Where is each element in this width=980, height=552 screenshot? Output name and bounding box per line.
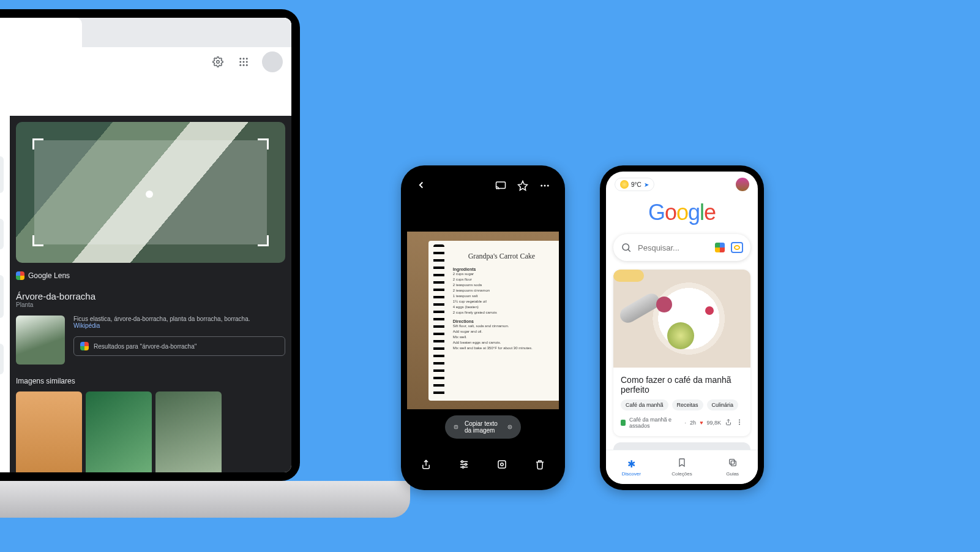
guides-icon — [728, 458, 738, 470]
result-description: Ficus elastica, árvore-da-borracha, plan… — [73, 316, 285, 322]
direction-line: Mix well and bake at 350°F for about 30 … — [453, 346, 550, 351]
card-source: Café da manhã e assados — [629, 417, 681, 429]
phone-google-app-mockup: 9°C ➤ Google Pesquisar... Como fazer o c… — [600, 165, 764, 490]
discover-icon: ✱ — [627, 458, 635, 470]
lens-source-image[interactable] — [16, 122, 285, 263]
svg-point-5 — [243, 61, 245, 63]
browser-tab[interactable] — [0, 18, 82, 47]
share-icon[interactable] — [725, 418, 732, 427]
tune-icon[interactable] — [458, 459, 469, 472]
ingredient-line: 2 cups sugar — [453, 271, 550, 277]
svg-rect-10 — [496, 182, 506, 189]
topic-chip[interactable]: Receitas — [672, 399, 703, 410]
card-likes: 99,8K — [706, 420, 721, 426]
account-avatar[interactable] — [736, 178, 749, 191]
location-arrow-icon: ➤ — [644, 181, 649, 188]
settings-gear-icon[interactable] — [211, 55, 225, 69]
similar-images-heading: Imagens similares — [16, 377, 285, 385]
discover-card[interactable]: Como fazer o café da manhã perfeito Café… — [613, 270, 750, 436]
focus-dot-icon — [146, 191, 153, 198]
svg-point-6 — [246, 61, 248, 63]
svg-point-21 — [623, 244, 629, 251]
svg-point-8 — [243, 64, 245, 66]
bottom-nav: ✱ Discover Coleções Guias — [606, 450, 758, 484]
close-icon[interactable] — [507, 423, 512, 431]
svg-point-16 — [462, 461, 463, 463]
ingredient-line: 2 cups finely grated carrots — [453, 310, 550, 316]
search-icon — [621, 242, 632, 253]
recipe-title: Grandpa's Carrot Cake — [453, 252, 550, 261]
google-logo: Google — [606, 200, 758, 225]
svg-point-4 — [239, 61, 241, 63]
google-lens-panel: Google Lens Árvore-da-borracha Planta Fi… — [10, 116, 291, 472]
ingredient-line: 2 teaspoons cinnamon — [453, 288, 550, 293]
card-image — [613, 270, 750, 368]
svg-point-18 — [462, 466, 464, 468]
crop-overlay[interactable] — [34, 140, 267, 244]
weather-pill[interactable]: 9°C ➤ — [615, 178, 654, 191]
account-avatar[interactable] — [262, 51, 283, 72]
svg-point-7 — [239, 64, 241, 66]
ingredient-line: 2 cups flour — [453, 277, 550, 282]
direction-line: Sift flour, salt, soda and cinnamon. — [453, 323, 550, 329]
similar-image[interactable] — [155, 391, 222, 472]
heart-icon[interactable]: ♥ — [700, 420, 703, 426]
lens-icon[interactable] — [496, 459, 507, 472]
svg-point-12 — [544, 184, 546, 186]
svg-point-11 — [540, 184, 542, 186]
nav-discover[interactable]: ✱ Discover — [606, 450, 657, 484]
results-button[interactable]: Resultados para "árvore-da-borracha" — [73, 336, 285, 356]
apps-grid-icon[interactable] — [236, 55, 251, 69]
svg-point-13 — [547, 184, 549, 186]
svg-rect-26 — [731, 461, 736, 466]
mic-icon[interactable] — [715, 243, 725, 252]
ingredients-heading: Ingredients — [453, 267, 550, 271]
photo-viewport[interactable]: Grandpa's Carrot Cake Ingredients 2 cups… — [407, 232, 559, 409]
share-icon[interactable] — [421, 459, 432, 472]
svg-point-3 — [246, 58, 248, 59]
result-subtitle: Planta — [16, 301, 285, 308]
svg-rect-19 — [498, 461, 506, 468]
result-thumbnail[interactable] — [16, 316, 65, 365]
svg-point-2 — [243, 58, 245, 59]
topic-chip[interactable]: Culinária — [707, 399, 739, 410]
search-field[interactable]: Pesquisar... — [613, 234, 750, 261]
recipe-page: Grandpa's Carrot Cake Ingredients 2 cups… — [428, 241, 559, 401]
phone-photos-mockup: Grandpa's Carrot Cake Ingredients 2 cups… — [401, 165, 565, 490]
svg-point-20 — [501, 463, 504, 466]
more-icon[interactable] — [539, 180, 550, 193]
delete-icon[interactable] — [534, 459, 545, 472]
star-icon[interactable] — [517, 180, 528, 193]
ingredient-line: 4 eggs (beaten) — [453, 304, 550, 310]
more-icon[interactable] — [736, 418, 743, 427]
similar-image[interactable] — [16, 391, 82, 472]
copy-text-button[interactable]: Copiar texto da imagem — [445, 415, 521, 439]
sun-icon — [620, 180, 629, 189]
svg-point-22 — [739, 420, 740, 421]
result-title: Árvore-da-borracha — [16, 291, 285, 301]
search-results-column — [0, 116, 10, 472]
ingredient-line: 1½ cup vegetable oil — [453, 299, 550, 304]
ingredient-line: 1 teaspoon salt — [453, 293, 550, 299]
card-time: 2h — [690, 420, 696, 426]
back-button[interactable] — [416, 180, 427, 193]
temperature-label: 9°C — [631, 181, 641, 188]
nav-guides[interactable]: Guias — [707, 450, 758, 484]
camera-lens-icon[interactable] — [731, 242, 743, 253]
svg-point-23 — [739, 422, 740, 423]
topic-chip[interactable]: Café da manhã — [621, 399, 668, 410]
ingredient-line: 2 teaspoons soda — [453, 282, 550, 288]
cast-icon[interactable] — [495, 180, 506, 193]
google-lens-icon — [16, 271, 24, 280]
google-lens-icon — [80, 342, 89, 350]
nav-collections[interactable]: Coleções — [657, 450, 708, 484]
direction-line: Add beaten eggs and carrots. — [453, 340, 550, 346]
favicon-icon — [621, 420, 626, 426]
direction-line: Add sugar and oil. — [453, 329, 550, 335]
svg-point-1 — [239, 58, 241, 59]
result-source-link[interactable]: Wikipédia — [73, 322, 100, 329]
card-title: Como fazer o café da manhã perfeito — [613, 368, 750, 399]
svg-point-9 — [246, 64, 248, 66]
similar-image[interactable] — [86, 391, 152, 472]
svg-rect-25 — [729, 459, 734, 464]
